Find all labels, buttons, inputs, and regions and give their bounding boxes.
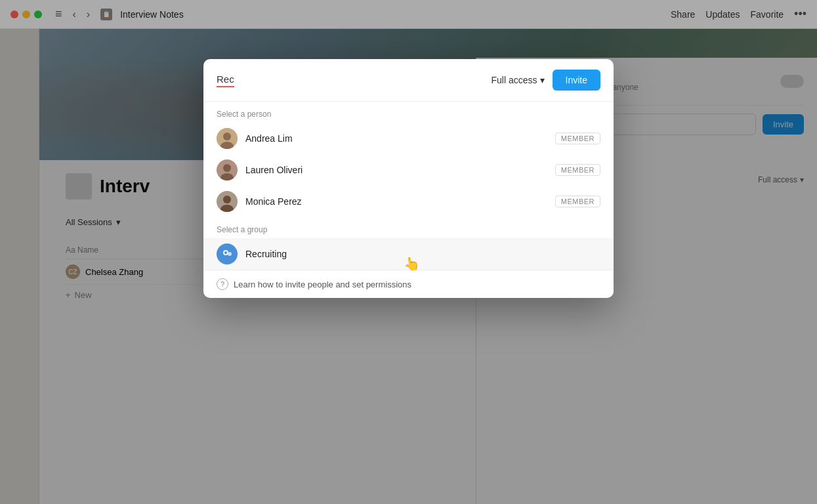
select-group-label: Select a group [203,217,614,238]
search-text: Rec [217,74,234,87]
lauren-badge: MEMBER [555,164,600,176]
svg-point-10 [228,252,232,256]
monica-name: Monica Perez [245,196,555,207]
svg-point-7 [223,196,231,203]
select-person-label: Select a person [203,102,614,123]
help-icon: ? [217,278,228,290]
group-row-recruiting[interactable]: Recruiting [203,238,614,270]
modal-header: Rec Full access ▾ Invite [203,59,614,102]
svg-point-11 [224,251,227,254]
person-row-monica[interactable]: Monica Perez MEMBER [203,186,614,217]
access-label: Full access [492,75,537,85]
invite-modal: Rec Full access ▾ Invite Select a person… [203,59,614,298]
svg-point-4 [223,164,231,172]
monica-avatar [217,191,238,212]
monica-badge: MEMBER [555,196,600,207]
help-text[interactable]: Learn how to invite people and set permi… [234,280,411,289]
recruiting-group-name: Recruiting [245,249,600,259]
andrea-badge: MEMBER [555,133,600,144]
andrea-avatar [217,128,238,149]
modal-invite-button[interactable]: Invite [553,70,600,91]
modal-search-area: Rec [217,74,492,87]
dropdown-chevron-icon: ▾ [540,75,545,85]
person-row-lauren[interactable]: Lauren Oliveri MEMBER [203,154,614,186]
lauren-avatar [217,159,238,180]
lauren-name: Lauren Oliveri [245,165,555,175]
andrea-name: Andrea Lim [245,133,555,144]
svg-point-1 [223,133,231,140]
person-row-andrea[interactable]: Andrea Lim MEMBER [203,123,614,154]
recruiting-group-icon [217,243,238,264]
modal-footer: ? Learn how to invite people and set per… [203,270,614,298]
access-dropdown[interactable]: Full access ▾ [492,75,545,85]
